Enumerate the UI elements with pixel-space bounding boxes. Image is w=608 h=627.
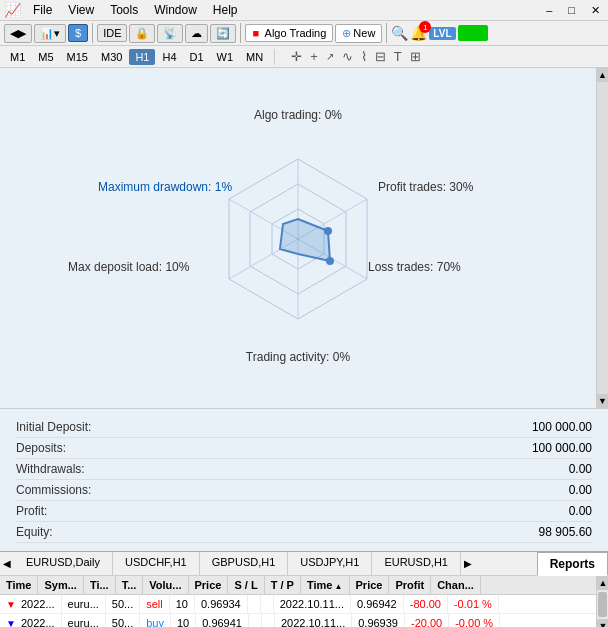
menu-window[interactable]: Window xyxy=(150,2,201,18)
spider-label-top: Algo trading: 0% xyxy=(254,108,342,122)
more-tools[interactable]: ⊞ xyxy=(407,48,424,65)
chart-area: Algo trading: 0% Maximum drawdown: 1% Pr… xyxy=(0,68,596,408)
tf-h4[interactable]: H4 xyxy=(156,49,182,65)
menu-bar: 📈 File View Tools Window Help – □ ✕ xyxy=(0,0,608,21)
currency-btn[interactable]: $ xyxy=(68,24,88,42)
refresh-btn[interactable]: 🔄 xyxy=(210,24,236,43)
tab-usdjpy-h1[interactable]: USDJPY,H1 xyxy=(288,552,372,575)
td-tp-0 xyxy=(261,595,274,613)
new-btn[interactable]: ⊕ New xyxy=(335,24,382,43)
menu-help[interactable]: Help xyxy=(209,2,242,18)
tf-mn[interactable]: MN xyxy=(240,49,269,65)
draw-tool[interactable]: ↗ xyxy=(323,50,337,63)
radar-svg: Algo trading: 0% Maximum drawdown: 1% Pr… xyxy=(8,91,588,386)
stat-value-profit: 0.00 xyxy=(569,504,592,518)
ide-btn[interactable]: IDE xyxy=(97,24,127,42)
menu-view[interactable]: View xyxy=(64,2,98,18)
tf-m30[interactable]: M30 xyxy=(95,49,128,65)
stat-row-profit: Profit: 0.00 xyxy=(16,501,592,522)
fib-tool[interactable]: ⊟ xyxy=(372,48,389,65)
green-indicator xyxy=(458,25,488,41)
signal-btn[interactable]: 📡 xyxy=(157,24,183,43)
channel-tool[interactable]: ⌇ xyxy=(358,48,370,65)
th-profit[interactable]: Profit xyxy=(389,576,431,594)
table-scroll-up[interactable]: ▲ xyxy=(597,576,608,590)
scroll-up-arrow[interactable]: ▲ xyxy=(597,68,609,82)
td-pclose-0: 0.96942 xyxy=(351,595,404,613)
th-price-open[interactable]: Price xyxy=(189,576,229,594)
th-symbol[interactable]: Sym... xyxy=(38,576,83,594)
menu-tools[interactable]: Tools xyxy=(106,2,142,18)
td-tclose-1: 2022.10.11... xyxy=(275,614,352,627)
search-btn[interactable]: 🔍 xyxy=(391,25,408,41)
scroll-down-arrow[interactable]: ▼ xyxy=(597,394,609,408)
td-type-0: sell xyxy=(140,595,170,613)
cloud-btn[interactable]: ☁ xyxy=(185,24,208,43)
spider-label-ml: Max deposit load: 10% xyxy=(68,260,190,274)
tf-h1[interactable]: H1 xyxy=(129,49,155,65)
notification-btn[interactable]: 🔔 1 xyxy=(410,25,427,41)
text-tool[interactable]: T xyxy=(391,48,405,65)
table-scroll-down[interactable]: ▼ xyxy=(597,619,608,627)
stat-row-initial-deposit: Initial Deposit: 100 000.00 xyxy=(16,417,592,438)
tf-w1[interactable]: W1 xyxy=(211,49,240,65)
tf-m15[interactable]: M15 xyxy=(61,49,94,65)
tf-d1[interactable]: D1 xyxy=(184,49,210,65)
th-type[interactable]: T... xyxy=(116,576,144,594)
th-time-close[interactable]: Time xyxy=(301,576,350,594)
stats-panel: Initial Deposit: 100 000.00 Deposits: 10… xyxy=(0,408,608,551)
spider-label-tr: Profit trades: 30% xyxy=(378,180,474,194)
td-change-1: -0.00 % xyxy=(449,614,500,627)
main-area: Algo trading: 0% Maximum drawdown: 1% Pr… xyxy=(0,68,608,408)
th-sl[interactable]: S / L xyxy=(228,576,264,594)
td-ti-0: 50... xyxy=(106,595,140,613)
curve-tool[interactable]: ∿ xyxy=(339,48,356,65)
table-row[interactable]: ▼ 2022... euru... 50... buy 10 0.96941 2… xyxy=(0,614,596,627)
tab-eurusd-daily[interactable]: EURUSD,Daily xyxy=(14,552,113,575)
stat-label-equity: Equity: xyxy=(16,525,53,539)
crosshair-tool[interactable]: ✛ xyxy=(288,48,305,65)
th-ticket[interactable]: Ti... xyxy=(84,576,116,594)
algo-label: Algo Trading xyxy=(265,27,327,39)
lock-btn[interactable]: 🔒 xyxy=(129,24,155,43)
th-tp[interactable]: T / P xyxy=(265,576,301,594)
scrollbar-right[interactable]: ▲ ▼ xyxy=(596,68,608,408)
stat-label-deposits: Deposits: xyxy=(16,441,66,455)
tab-usdchf-h1[interactable]: USDCHF,H1 xyxy=(113,552,200,575)
symbol-tabs-row: ◀ EURUSD,Daily USDCHF,H1 GBPUSD,H1 USDJP… xyxy=(0,551,608,575)
spider-label-tl: Maximum drawdown: 1% xyxy=(98,180,232,194)
timeframe-bar: M1 M5 M15 M30 H1 H4 D1 W1 MN ✛ + ↗ ∿ ⌇ ⊟… xyxy=(0,46,608,68)
tf-m5[interactable]: M5 xyxy=(32,49,59,65)
table-row[interactable]: ▼ 2022... euru... 50... sell 10 0.96934 … xyxy=(0,595,596,614)
svg-point-8 xyxy=(326,257,334,265)
svg-point-7 xyxy=(324,227,332,235)
th-time[interactable]: Time xyxy=(0,576,38,594)
reports-tab[interactable]: Reports xyxy=(537,552,608,576)
window-minimize[interactable]: – xyxy=(542,4,556,16)
chart-type-btn[interactable]: 📊▾ xyxy=(34,24,66,43)
td-tp-1 xyxy=(262,614,275,627)
table-scroll-thumb[interactable] xyxy=(598,592,607,617)
td-profit-1: -20.00 xyxy=(405,614,449,627)
stat-label-withdrawals: Withdrawals: xyxy=(16,462,85,476)
table-scrollbar[interactable]: ▲ ▼ xyxy=(596,576,608,627)
stat-label-profit: Profit: xyxy=(16,504,47,518)
tab-scroll-right-btn[interactable]: ▶ xyxy=(461,552,475,575)
nav-back-forward-btn[interactable]: ◀▶ xyxy=(4,24,32,43)
tab-gbpusd-h1[interactable]: GBPUSD,H1 xyxy=(200,552,289,575)
spider-label-bottom: Trading activity: 0% xyxy=(246,350,351,364)
td-pclose-1: 0.96939 xyxy=(352,614,405,627)
tf-m1[interactable]: M1 xyxy=(4,49,31,65)
th-change[interactable]: Chan... xyxy=(431,576,481,594)
menu-file[interactable]: File xyxy=(29,2,56,18)
window-close[interactable]: ✕ xyxy=(587,4,604,17)
sep2 xyxy=(240,23,241,43)
plus-tool[interactable]: + xyxy=(307,48,321,65)
buy-icon: ▼ xyxy=(6,618,16,627)
window-restore[interactable]: □ xyxy=(564,4,579,16)
tab-scroll-left-btn[interactable]: ◀ xyxy=(0,552,14,575)
algo-trading-btn[interactable]: ■ Algo Trading xyxy=(245,24,333,42)
th-volume[interactable]: Volu... xyxy=(143,576,188,594)
tab-eurusd-h1[interactable]: EURUSD,H1 xyxy=(372,552,461,575)
th-price-close[interactable]: Price xyxy=(350,576,390,594)
